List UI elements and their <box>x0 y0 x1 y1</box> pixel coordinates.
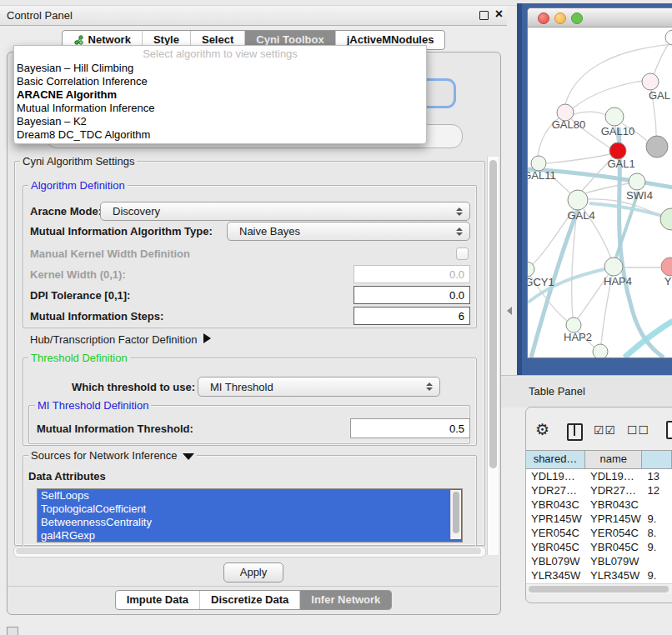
table-column-header[interactable]: shared… <box>526 451 585 468</box>
expand-arrow-icon <box>203 333 211 343</box>
attribute-list-item[interactable]: BetweennessCentrality <box>38 516 462 529</box>
dropdown-item[interactable]: Mutual Information Inference <box>14 102 426 115</box>
table-row[interactable]: YDL19…YDL19…13 <box>526 469 672 483</box>
data-attributes-label: Data Attributes <box>28 470 106 482</box>
network-node[interactable] <box>646 136 668 158</box>
dropdown-item[interactable]: Dream8 DC_TDC Algorithm <box>14 128 426 142</box>
clear-all-icon[interactable]: ☐☐ <box>627 423 649 437</box>
kernel-width-label: Kernel Width (0,1): <box>30 268 126 281</box>
network-node-gal1[interactable] <box>609 142 626 159</box>
network-node-y[interactable] <box>661 258 672 276</box>
mi-steps-field[interactable]: 6 <box>354 307 470 325</box>
network-view-window: GALGAL80GAL10GAL1GAL11SWI4GAL4GCY1HAP4YH… <box>527 8 672 358</box>
table-horizontal-scrollbar[interactable] <box>526 583 672 594</box>
table-cell: YLR345W <box>526 568 585 582</box>
table-row[interactable]: YBL079WYBL079W <box>526 554 672 568</box>
bottom-tab-group: Impute DataDiscretize DataInfer Network <box>115 590 393 610</box>
attribute-list-item[interactable]: TopologicalCoefficient <box>38 502 462 516</box>
select-all-icon[interactable]: ☑☑ <box>594 423 616 437</box>
dpi-tolerance-field[interactable]: 0.0 <box>354 286 470 304</box>
columns-icon[interactable] <box>567 423 583 441</box>
table-cell: YDR27… <box>585 483 642 498</box>
close-icon[interactable]: × <box>495 7 503 22</box>
dropdown-item[interactable]: ARACNE Algorithm <box>14 88 426 102</box>
mi-type-value: Naive Bayes <box>239 225 300 238</box>
network-node-gal10[interactable] <box>605 108 624 126</box>
attribute-list-item[interactable]: gal4RGexp <box>38 529 462 542</box>
network-node-gal[interactable] <box>642 73 659 90</box>
aracne-mode-combo[interactable]: Discovery <box>100 202 470 221</box>
table-row[interactable]: YPR145WYPR145W9. <box>526 512 672 526</box>
network-edge <box>624 321 672 358</box>
zoom-traffic-light-icon[interactable] <box>571 12 583 24</box>
table-row[interactable]: YDR27…YDR27…12 <box>526 483 672 498</box>
network-edge <box>573 81 643 108</box>
tab-label: Infer Network <box>311 591 380 609</box>
mi-steps-label: Mutual Information Steps: <box>30 310 163 322</box>
manual-kernel-checkbox[interactable] <box>456 248 469 260</box>
hub-definition-expander[interactable]: Hub/Transcription Factor Definition <box>30 333 211 346</box>
table-row[interactable]: YBR043CYBR043C <box>526 498 672 512</box>
network-icon <box>73 35 84 46</box>
bottom-tab-impute-data[interactable]: Impute Data <box>116 591 199 609</box>
dropdown-item[interactable]: Basic Correlation Inference <box>14 75 426 88</box>
which-threshold-combo[interactable]: MI Threshold <box>198 377 440 397</box>
attributes-scrollbar-thumb[interactable] <box>453 492 459 533</box>
network-node-gal4[interactable] <box>568 190 588 210</box>
network-node-hap4[interactable] <box>604 258 623 276</box>
mi-type-combo[interactable]: Naive Bayes <box>227 222 470 241</box>
network-node-label: GAL1 <box>607 158 634 170</box>
network-canvas[interactable]: GALGAL80GAL10GAL1GAL11SWI4GAL4GCY1HAP4YH… <box>528 27 672 358</box>
collapsed-panel-icon[interactable] <box>7 627 18 635</box>
file-icon[interactable] <box>666 421 672 439</box>
table-cell: YDL19… <box>585 469 642 483</box>
attributes-list-scrollbar[interactable] <box>450 490 461 539</box>
table-cell: YER054C <box>585 526 642 540</box>
threshold-definition-title: Threshold Definition <box>28 352 130 364</box>
aracne-mode-value: Discovery <box>113 205 160 218</box>
table-cell: 13 <box>643 469 672 483</box>
bottom-tabs: Impute DataDiscretize DataInfer Network <box>7 590 500 610</box>
bottom-tab-infer-network[interactable]: Infer Network <box>299 591 391 609</box>
network-node-label: GAL10 <box>601 125 634 138</box>
table-row[interactable]: YBR045CYBR045C9. <box>526 540 672 554</box>
splitter-collapse-icon[interactable] <box>507 307 512 315</box>
node-table: shared…name YDL19…YDL19…13YDR27…YDR27…12… <box>526 450 672 585</box>
table-cell: YBR043C <box>585 498 642 512</box>
network-node-swi4[interactable] <box>629 173 645 190</box>
mi-threshold-field[interactable]: 0.5 <box>350 418 470 438</box>
float-window-icon[interactable] <box>479 11 489 20</box>
close-traffic-light-icon[interactable] <box>538 12 549 24</box>
table-column-header[interactable] <box>642 451 672 468</box>
settings-horizontal-scrollbar[interactable] <box>13 546 486 558</box>
network-node[interactable] <box>665 30 672 45</box>
dropdown-item[interactable]: Bayesian – K2 <box>14 115 426 128</box>
network-window-titlebar[interactable] <box>528 8 672 28</box>
cyni-settings-group-title: Cyni Algorithm Settings <box>20 155 137 168</box>
network-node[interactable] <box>660 208 672 230</box>
table-row[interactable]: YLR345WYLR345W9. <box>526 568 672 582</box>
tab-label: Impute Data <box>127 591 188 609</box>
mi-threshold-group-title: MI Threshold Definition <box>35 399 151 412</box>
table-hscroll-thumb[interactable] <box>529 586 669 592</box>
attribute-list-item[interactable]: SelfLoops <box>38 489 462 502</box>
settings-vscroll-thumb[interactable] <box>489 160 497 468</box>
divider <box>8 586 499 587</box>
table-row[interactable]: YER054CYER054C8. <box>526 526 672 540</box>
mi-type-label: Mutual Information Algorithm Type: <box>30 225 213 238</box>
table-column-header[interactable]: name <box>585 451 642 468</box>
table-cell: YER054C <box>526 526 585 540</box>
apply-button[interactable]: Apply <box>223 562 283 582</box>
bottom-tab-discretize-data[interactable]: Discretize Data <box>199 591 299 609</box>
settings-vertical-scrollbar[interactable] <box>487 157 499 555</box>
settings-hscroll-thumb[interactable] <box>16 548 481 554</box>
kernel-width-field[interactable]: 0.0 <box>354 265 470 283</box>
network-node-label: Y <box>664 275 672 288</box>
gear-icon[interactable]: ⚙ <box>535 420 549 439</box>
sources-group-header[interactable]: Sources for Network Inference <box>28 449 197 462</box>
dropdown-item[interactable]: Bayesian – Hill Climbing <box>14 62 426 75</box>
which-threshold-value: MI Threshold <box>210 381 273 393</box>
network-node[interactable] <box>593 344 608 358</box>
minimize-traffic-light-icon[interactable] <box>554 12 566 24</box>
table-rows: YDL19…YDL19…13YDR27…YDR27…12YBR043CYBR04… <box>526 469 672 585</box>
